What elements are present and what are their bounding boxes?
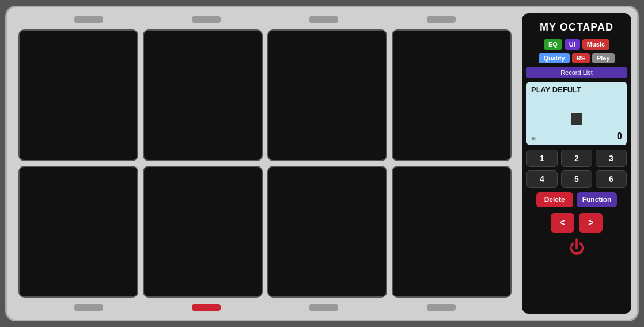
display-screen: PLAY DEFULT ≋ 0	[526, 82, 627, 145]
display-content	[531, 96, 622, 142]
bottom-connector-3	[309, 304, 338, 311]
pad-8[interactable]	[392, 166, 512, 298]
nav-row: < >	[526, 213, 627, 233]
quality-button[interactable]: Quality	[539, 53, 569, 63]
num-5-button[interactable]: 5	[561, 170, 592, 188]
function-button[interactable]: Function	[577, 192, 618, 207]
next-button[interactable]: >	[579, 213, 603, 233]
re-button[interactable]: RE	[572, 53, 590, 63]
display-square	[571, 113, 582, 125]
power-button[interactable]: ⏻	[569, 239, 585, 256]
ui-button[interactable]: UI	[565, 39, 580, 50]
action-row: Delete Function	[526, 192, 627, 207]
control-panel: MY OCTAPAD EQ UI Music Quality RE Play R…	[522, 13, 631, 314]
mode-buttons-row1: EQ UI Music	[526, 39, 627, 50]
delete-button[interactable]: Delete	[536, 192, 573, 207]
record-list-button[interactable]: Record List	[526, 67, 627, 78]
pad-grid	[13, 26, 517, 301]
number-grid: 1 2 3 4 5 6	[526, 150, 627, 188]
num-1-button[interactable]: 1	[526, 150, 558, 167]
bottom-connectors	[13, 301, 517, 314]
record-list-row: Record List	[526, 67, 627, 78]
display-counter: 0	[617, 131, 622, 142]
top-connector-3	[309, 16, 338, 23]
pad-1[interactable]	[18, 29, 138, 161]
pad-5[interactable]	[18, 166, 138, 298]
bottom-connector-2-red	[192, 304, 221, 311]
prev-button[interactable]: <	[551, 213, 574, 233]
pad-7[interactable]	[267, 166, 387, 298]
num-6-button[interactable]: 6	[596, 170, 627, 188]
top-connectors	[13, 13, 517, 26]
pad-6[interactable]	[143, 166, 263, 298]
panel-title: MY OCTAPAD	[526, 19, 627, 36]
top-connector-1	[74, 16, 103, 23]
bottom-connector-4	[427, 304, 456, 311]
num-4-button[interactable]: 4	[526, 170, 558, 188]
music-button[interactable]: Music	[582, 39, 609, 50]
power-row: ⏻	[526, 239, 627, 256]
num-3-button[interactable]: 3	[596, 150, 627, 167]
device: MY OCTAPAD EQ UI Music Quality RE Play R…	[5, 6, 639, 321]
display-title: PLAY DEFULT	[531, 85, 622, 94]
pad-3[interactable]	[267, 29, 387, 161]
eq-button[interactable]: EQ	[544, 39, 562, 50]
top-connector-4	[427, 16, 456, 23]
num-2-button[interactable]: 2	[561, 150, 592, 167]
pad-4[interactable]	[392, 29, 512, 161]
top-connector-2	[192, 16, 221, 23]
bottom-connector-1	[74, 304, 103, 311]
display-icon: ≋	[531, 135, 536, 142]
pad-area	[13, 13, 517, 314]
play-button[interactable]: Play	[592, 53, 615, 63]
mode-buttons-row2: Quality RE Play	[526, 53, 627, 63]
pad-2[interactable]	[143, 29, 263, 161]
